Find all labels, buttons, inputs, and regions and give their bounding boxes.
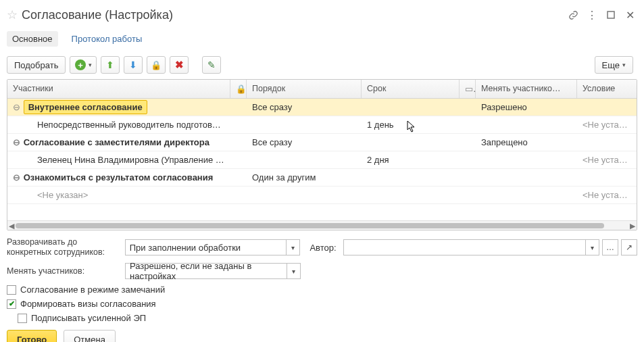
author-select[interactable]: ▾ [343, 239, 599, 255]
maximize-icon[interactable] [603, 7, 618, 22]
cell-text: <Не установлен… [577, 120, 637, 130]
table-row[interactable]: Зеленец Нина Владимировна (Управление бу… [7, 151, 637, 169]
collapse-icon[interactable]: ⊖ [13, 102, 21, 112]
col-header-change[interactable]: Менять участнико… [476, 80, 577, 98]
chevron-down-icon[interactable]: ▾ [585, 240, 599, 255]
svg-rect-0 [608, 11, 614, 18]
sign-eds-checkbox[interactable]: Подписывать усиленной ЭП [18, 313, 637, 323]
participants-grid: Участники 🔒 Порядок Срок ▭ Менять участн… [7, 79, 637, 230]
cell-text: Разрешено [476, 102, 577, 112]
more-button-label: Еще [602, 60, 620, 70]
col-header-lock-icon[interactable]: 🔒 [230, 80, 247, 98]
arrow-down-icon: ⬇ [129, 59, 137, 70]
cell-text: 1 день [362, 120, 460, 130]
remarks-mode-checkbox[interactable]: Согласование в режиме замечаний [7, 285, 637, 295]
close-icon[interactable]: ✕ [622, 7, 637, 22]
table-row[interactable]: ⊖ Внутреннее согласование Все сразу Разр… [7, 99, 637, 116]
checkbox-label: Подписывать усиленной ЭП [31, 313, 146, 323]
plus-icon: + [75, 59, 86, 70]
cell-text: Непосредственный руководитель подготовив… [7, 120, 230, 130]
cell-text: <Не установлен… [577, 190, 637, 200]
col-header-doc-icon[interactable]: ▭ [460, 80, 476, 98]
col-header-participants[interactable]: Участники [7, 80, 230, 98]
favorite-star-icon[interactable]: ☆ [7, 7, 18, 22]
window-title: Согласование (Настройка) [22, 8, 173, 22]
lock-icon: 🔒 [151, 60, 162, 70]
table-row[interactable]: <Не указан> <Не установлен… [7, 187, 637, 204]
author-ellipsis-button[interactable]: … [602, 239, 618, 255]
move-down-button[interactable]: ⬇ [124, 56, 143, 74]
cell-text: <Не указан> [7, 190, 230, 200]
delete-button[interactable]: ✖ [170, 56, 189, 74]
tab-log[interactable]: Протокол работы [66, 31, 148, 47]
cell-text: Один за другим [247, 172, 362, 182]
col-header-term[interactable]: Срок [362, 80, 460, 98]
horizontal-scrollbar[interactable] [7, 220, 637, 230]
delete-icon: ✖ [175, 59, 184, 71]
col-header-order[interactable]: Порядок [247, 80, 362, 98]
checkbox-label: Формировать визы согласования [20, 299, 156, 309]
author-label: Автор: [309, 243, 336, 253]
collapse-icon[interactable]: ⊖ [13, 172, 21, 182]
checkbox-icon [18, 314, 27, 323]
form-visas-checkbox[interactable]: ✔ Формировать визы согласования [7, 299, 637, 309]
table-row[interactable]: ⊖ Согласование с заместителями директора… [7, 134, 637, 151]
col-header-condition[interactable]: Условие [577, 80, 637, 98]
cell-text: Все сразу [247, 102, 362, 112]
checkbox-icon: ✔ [7, 299, 16, 309]
arrow-up-icon: ⬆ [106, 59, 114, 70]
lock-button[interactable]: 🔒 [147, 56, 166, 74]
author-open-button[interactable]: ↗ [621, 239, 637, 255]
cell-text: Ознакомиться с результатом согласования [24, 172, 214, 182]
cancel-button[interactable]: Отмена [64, 330, 116, 342]
pick-button[interactable]: Подобрать [7, 56, 66, 74]
add-button[interactable]: +▾ [70, 56, 97, 74]
change-participants-select[interactable]: Разрешено, если не заданы в настройках ▾ [125, 263, 301, 279]
cell-text: Запрещено [476, 137, 577, 147]
cell-text: Все сразу [247, 137, 362, 147]
more-button[interactable]: Еще▾ [595, 56, 633, 74]
move-up-button[interactable]: ⬆ [101, 56, 120, 74]
cell-text: <Не установлен… [577, 155, 637, 165]
chevron-down-icon[interactable]: ▾ [287, 264, 300, 278]
cell-text: Зеленец Нина Владимировна (Управление бу… [7, 155, 230, 165]
chevron-down-icon: ▾ [89, 62, 92, 68]
chevron-down-icon: ▾ [622, 62, 626, 68]
pick-button-label: Подобрать [14, 60, 58, 70]
expand-to-employees-label: Разворачивать до конкретных сотрудников: [7, 237, 125, 258]
cell-text: Внутреннее согласование [24, 100, 147, 114]
expand-to-employees-select[interactable]: При заполнении обработки ▾ [125, 239, 301, 255]
done-button[interactable]: Готово [7, 330, 57, 342]
table-row[interactable]: Непосредственный руководитель подготовив… [7, 116, 637, 134]
checkbox-icon [7, 285, 16, 295]
pencil-icon: ✎ [207, 59, 216, 70]
select-value: При заполнении обработки [126, 243, 287, 253]
table-row[interactable]: ⊖ Ознакомиться с результатом согласовани… [7, 169, 637, 187]
cell-text: Согласование с заместителями директора [24, 137, 209, 147]
change-participants-label: Менять участников: [7, 266, 125, 276]
scrollbar-thumb[interactable] [16, 223, 604, 228]
collapse-icon[interactable]: ⊖ [13, 137, 21, 147]
select-value: Разрешено, если не заданы в настройках [126, 261, 287, 281]
cell-text: 2 дня [362, 155, 460, 165]
link-icon[interactable] [566, 7, 580, 22]
checkbox-label: Согласование в режиме замечаний [20, 285, 165, 295]
tab-main[interactable]: Основное [7, 31, 58, 47]
kebab-menu-icon[interactable]: ⋮ [585, 7, 599, 22]
chevron-down-icon[interactable]: ▾ [286, 240, 299, 255]
edit-pencil-button[interactable]: ✎ [202, 56, 221, 74]
